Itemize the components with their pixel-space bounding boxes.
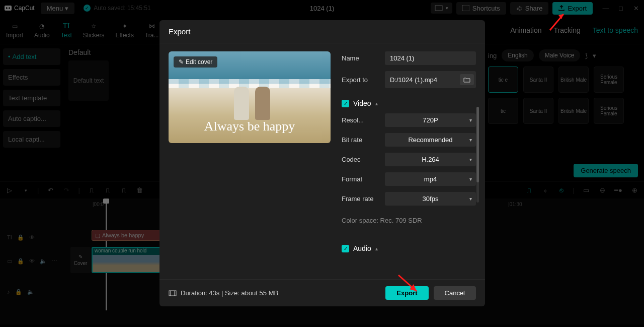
- modal-footer: Duration: 43s | Size: about 55 MB Export…: [159, 279, 485, 306]
- cover-caption: Always be happy: [169, 119, 331, 134]
- pencil-icon: ✎: [179, 58, 184, 66]
- resolution-dropdown[interactable]: 720P: [385, 113, 476, 127]
- export-settings: Name 1024 (1) Export to D:/1024 (1).mp4 …: [342, 51, 476, 279]
- video-section-header[interactable]: ✓ Video ▴: [342, 99, 476, 107]
- settings-scrollbar[interactable]: [476, 107, 479, 203]
- modal-title: Export: [159, 20, 485, 43]
- film-icon: [169, 290, 177, 296]
- exportto-input[interactable]: D:/1024 (1).mp4: [385, 71, 476, 88]
- format-dropdown[interactable]: mp4: [385, 172, 476, 186]
- edit-cover-button[interactable]: ✎Edit cover: [174, 56, 217, 68]
- browse-folder-button[interactable]: [460, 74, 474, 85]
- framerate-dropdown[interactable]: 30fps: [385, 192, 476, 206]
- video-checkbox[interactable]: ✓: [342, 100, 349, 107]
- export-confirm-button[interactable]: Export: [385, 286, 428, 300]
- resolution-label: Resol...: [342, 116, 380, 124]
- chevron-up-icon: ▴: [375, 101, 378, 106]
- folder-icon: [463, 77, 470, 83]
- chevron-up-icon: ▴: [375, 246, 378, 251]
- duration-info: Duration: 43s | Size: about 55 MB: [169, 289, 278, 297]
- exportto-value: D:/1024 (1).mp4: [390, 76, 437, 84]
- codec-label: Codec: [342, 156, 380, 163]
- export-modal: Export ✎Edit cover Always be happy Name …: [159, 20, 485, 306]
- svg-rect-3: [169, 291, 176, 296]
- name-input[interactable]: 1024 (1): [385, 51, 476, 65]
- name-label: Name: [342, 54, 380, 62]
- scrollbar-thumb[interactable]: [476, 107, 479, 182]
- framerate-label: Frame rate: [342, 195, 380, 203]
- cover-preview: ✎Edit cover Always be happy: [169, 51, 331, 143]
- format-label: Format: [342, 175, 380, 183]
- audio-checkbox[interactable]: ✓: [342, 245, 349, 252]
- audio-section-header[interactable]: ✓ Audio ▴: [342, 244, 476, 252]
- exportto-label: Export to: [342, 76, 380, 84]
- cancel-button[interactable]: Cancel: [434, 286, 476, 300]
- bitrate-dropdown[interactable]: Recommended: [385, 133, 476, 147]
- colorspace-text: Color space: Rec. 709 SDR: [342, 217, 476, 224]
- bitrate-label: Bit rate: [342, 136, 380, 144]
- codec-dropdown[interactable]: H.264: [385, 153, 476, 166]
